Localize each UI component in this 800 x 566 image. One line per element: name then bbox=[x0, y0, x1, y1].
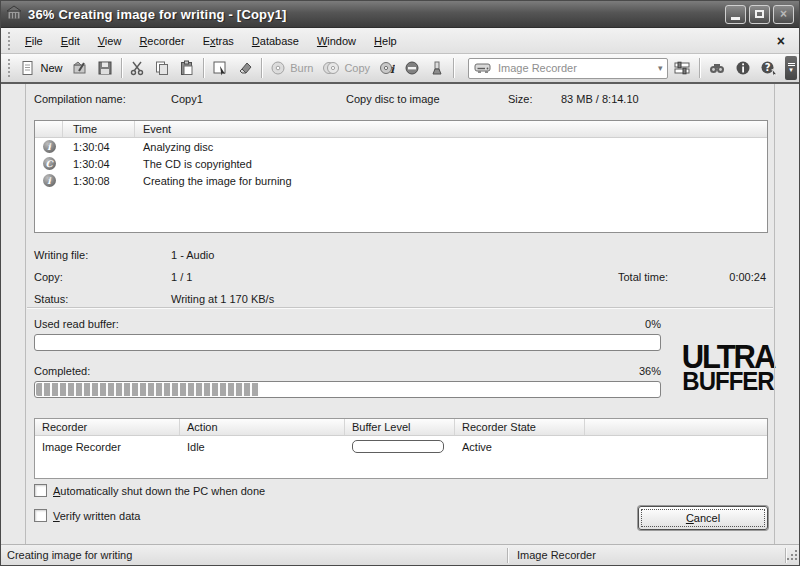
info-button[interactable] bbox=[731, 58, 755, 78]
read-buffer-label: Used read buffer: bbox=[34, 318, 119, 330]
recorder-drive-icon bbox=[474, 62, 492, 74]
info-icon: i bbox=[43, 174, 56, 187]
cut-icon bbox=[129, 60, 145, 76]
completed-row: Completed: 36% bbox=[34, 365, 661, 377]
event-text: The CD is copyrighted bbox=[135, 158, 767, 170]
paste-button[interactable] bbox=[175, 58, 199, 78]
drive-speed-button[interactable] bbox=[425, 58, 449, 78]
checkbox-shutdown[interactable] bbox=[34, 484, 47, 497]
close-icon: × bbox=[780, 8, 787, 20]
disc-info-button[interactable]: i bbox=[375, 58, 399, 78]
time-column-header[interactable]: Time bbox=[63, 121, 135, 137]
event-text: Creating the image for burning bbox=[135, 175, 767, 187]
toolbar-overflow-button[interactable]: ▾ bbox=[785, 56, 797, 80]
copy-disc-icon bbox=[322, 60, 340, 76]
select-button[interactable] bbox=[208, 58, 232, 78]
disc-info-icon: i bbox=[379, 60, 395, 76]
copy-value: 1 / 1 bbox=[171, 271, 192, 283]
toolbar-separator bbox=[203, 58, 204, 78]
total-time-value: 0:00:24 bbox=[729, 271, 766, 283]
completed-fill bbox=[36, 383, 260, 396]
option-verify[interactable]: Verify written data bbox=[34, 509, 140, 522]
event-row: i 1:30:08 Creating the image for burning bbox=[35, 172, 767, 189]
copy-label: Copy bbox=[344, 62, 370, 74]
select-icon bbox=[212, 60, 228, 76]
recorder-column-header[interactable]: Recorder bbox=[35, 419, 180, 435]
menu-view[interactable]: View bbox=[89, 32, 131, 50]
minimize-button[interactable] bbox=[725, 5, 746, 24]
status-bar-recorder: Image Recorder bbox=[509, 549, 785, 561]
checkbox-verify[interactable] bbox=[34, 509, 47, 522]
info-icon: i bbox=[43, 140, 56, 153]
eject-button[interactable] bbox=[400, 58, 424, 78]
ultrabuffer-logo-line2: BUFFER bbox=[665, 371, 791, 391]
menu-extras[interactable]: Extras bbox=[194, 32, 243, 50]
recorder-table-header: Recorder Action Buffer Level Recorder St… bbox=[35, 419, 767, 436]
cancel-button[interactable]: Cancel bbox=[638, 506, 768, 530]
compilation-name-label: Compilation name: bbox=[34, 93, 126, 105]
toolbar-separator bbox=[261, 58, 262, 78]
mixer-icon bbox=[673, 60, 691, 76]
menu-edit[interactable]: Edit bbox=[52, 32, 89, 50]
menu-file[interactable]: File bbox=[16, 32, 52, 50]
icon-column-header[interactable] bbox=[35, 121, 63, 137]
menu-bar: File Edit View Recorder Extras Database … bbox=[1, 28, 799, 54]
help-button[interactable]: ? bbox=[756, 58, 782, 78]
erase-button[interactable] bbox=[233, 58, 257, 78]
compilation-name-value: Copy1 bbox=[171, 93, 203, 105]
mixer-button[interactable] bbox=[669, 58, 695, 78]
close-button[interactable]: × bbox=[773, 5, 794, 24]
menu-grip[interactable] bbox=[7, 32, 12, 50]
save-button[interactable] bbox=[93, 58, 117, 78]
status-bar: Creating image for writing Image Recorde… bbox=[1, 544, 799, 565]
search-button[interactable] bbox=[704, 58, 730, 78]
toolbar-grip[interactable] bbox=[7, 59, 11, 77]
new-label: New bbox=[40, 62, 62, 74]
overflow-arrow-icon: ▾ bbox=[789, 66, 793, 73]
open-button[interactable] bbox=[68, 58, 92, 78]
toolbar-separator bbox=[699, 58, 700, 78]
app-icon bbox=[6, 5, 22, 23]
read-buffer-row: Used read buffer: 0% bbox=[34, 318, 661, 330]
maximize-button[interactable] bbox=[749, 5, 770, 24]
new-compilation-button[interactable]: New bbox=[16, 58, 66, 78]
erase-icon bbox=[237, 60, 253, 76]
new-document-icon bbox=[20, 60, 36, 76]
burn-button[interactable]: Burn bbox=[266, 58, 317, 78]
menu-database[interactable]: Database bbox=[243, 32, 308, 50]
document-close-icon[interactable]: × bbox=[765, 33, 797, 49]
buffer-level-column-header[interactable]: Buffer Level bbox=[345, 419, 455, 435]
resize-grip[interactable] bbox=[787, 550, 797, 560]
recorder-row[interactable]: Image Recorder Idle Active bbox=[35, 436, 767, 458]
completed-bar bbox=[34, 381, 661, 398]
event-text: Analyzing disc bbox=[135, 141, 767, 153]
menu-help[interactable]: Help bbox=[365, 32, 406, 50]
copy-disc-button[interactable]: Copy bbox=[318, 58, 374, 78]
recorder-table[interactable]: Recorder Action Buffer Level Recorder St… bbox=[34, 418, 768, 479]
buffer-level-bar bbox=[352, 440, 444, 453]
cut-button[interactable] bbox=[125, 58, 149, 78]
menu-window[interactable]: Window bbox=[308, 32, 365, 50]
recorder-state-column-header[interactable]: Recorder State bbox=[455, 419, 585, 435]
copy-to-clipboard-button[interactable] bbox=[150, 58, 174, 78]
window-title: 36% Creating image for writing - [Copy1] bbox=[28, 7, 719, 22]
svg-text:i: i bbox=[390, 63, 395, 76]
separator bbox=[27, 307, 773, 309]
option-shutdown[interactable]: Automatically shut down the PC when done bbox=[34, 484, 265, 497]
event-log[interactable]: Time Event i 1:30:04 Analyzing disc C 1:… bbox=[34, 120, 768, 233]
event-log-header: Time Event bbox=[35, 121, 767, 138]
binoculars-icon bbox=[708, 60, 726, 76]
menu-recorder[interactable]: Recorder bbox=[130, 32, 193, 50]
copy-label: Copy: bbox=[34, 271, 63, 283]
ultrabuffer-logo: ULTRA BUFFER bbox=[665, 345, 791, 391]
recorder-select[interactable]: Image Recorder ▾ bbox=[468, 58, 668, 79]
action-column-header[interactable]: Action bbox=[180, 419, 345, 435]
event-column-header[interactable]: Event bbox=[135, 121, 767, 137]
copyright-icon: C bbox=[43, 157, 56, 170]
eject-icon bbox=[404, 60, 420, 76]
copy-icon bbox=[154, 60, 170, 76]
svg-text:?: ? bbox=[765, 62, 771, 73]
app-window: 36% Creating image for writing - [Copy1]… bbox=[0, 0, 800, 566]
title-bar: 36% Creating image for writing - [Copy1]… bbox=[1, 1, 799, 28]
size-label: Size: bbox=[508, 93, 532, 105]
